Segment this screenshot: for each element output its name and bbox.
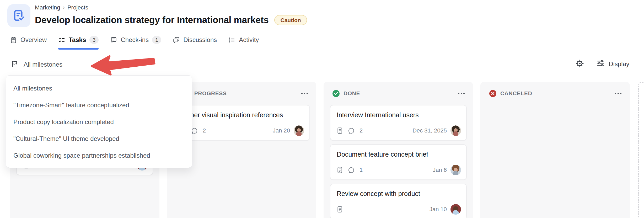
milestone-option[interactable]: All milestones (6, 80, 192, 97)
display-label: Display (609, 60, 629, 68)
tab-tasks[interactable]: Tasks3 (58, 31, 99, 49)
tab-label: Activity (239, 36, 259, 44)
project-icon (7, 4, 30, 27)
checklist-icon (58, 36, 65, 44)
card-meta: 2 Jan 20 (180, 125, 304, 136)
tab-discussions[interactable]: Discussions (173, 31, 217, 49)
comment-icon (110, 36, 117, 44)
clipboard-icon (10, 36, 17, 44)
breadcrumb-item[interactable]: Projects (67, 4, 88, 11)
document-icon (337, 167, 343, 173)
document-icon (337, 206, 343, 213)
display-button[interactable]: Display (597, 59, 629, 69)
status-badge: Caution (274, 15, 307, 25)
card-title: Gather visual inspiration references (180, 111, 303, 119)
comment-count: 2 (203, 127, 206, 134)
column-name: CANCELED (500, 90, 532, 97)
column-header: DONE (324, 82, 473, 105)
card-meta: Jan 10 (337, 204, 461, 215)
assignee-avatar (450, 165, 461, 175)
status-icon-canceled (489, 90, 496, 97)
due-date: Jan 10 (430, 206, 447, 213)
assignee-avatar (294, 125, 304, 136)
board-column-done: DONE Interview International users 2 Dec… (324, 82, 473, 218)
due-date: Jan 20 (273, 127, 290, 134)
milestone-option[interactable]: "Timezone-Smart" feature conceptualized (6, 97, 192, 114)
task-card[interactable]: Document feature concept brief 1 Jan 6 (330, 144, 467, 180)
column-name: IN PROGRESS (187, 90, 227, 97)
document-icon (337, 127, 343, 134)
milestone-option[interactable]: "Cultural-Theme" UI theme developed (6, 130, 192, 147)
column-name: DONE (344, 90, 360, 97)
tab-label: Overview (20, 36, 47, 44)
tab-bar: Overview Tasks3 Check-ins1 Discussions A… (0, 31, 644, 49)
page-title: Develop localization strategy for Intern… (35, 15, 269, 25)
status-icon-done (332, 90, 340, 97)
card-title: Document feature concept brief (337, 151, 460, 158)
tab-label: Tasks (69, 36, 86, 44)
tab-count-badge: 3 (89, 36, 99, 44)
comment-count: 2 (359, 127, 363, 134)
breadcrumb-item[interactable]: Marketing (35, 4, 60, 11)
comment-count: 1 (359, 167, 363, 173)
chat-icon (173, 36, 180, 44)
gear-icon[interactable] (575, 59, 584, 69)
tab-label: Check-ins (121, 36, 149, 44)
due-date: Jan 6 (433, 167, 447, 173)
milestone-dropdown: All milestones"Timezone-Smart" feature c… (6, 75, 192, 168)
breadcrumb: Marketing › Projects (35, 4, 307, 11)
card-meta: 2 Dec 31, 2025 (337, 125, 461, 136)
column-menu-button[interactable] (300, 91, 309, 96)
milestone-filter-button[interactable]: All milestones (11, 60, 62, 69)
milestone-option[interactable]: Global coworking space partnerships esta… (6, 147, 192, 164)
comment-bubble-icon (348, 127, 355, 134)
tab-count-badge: 1 (152, 36, 161, 44)
tab-overview[interactable]: Overview (10, 31, 47, 49)
breadcrumb-separator: › (63, 4, 65, 11)
comment-bubble-icon (348, 167, 355, 174)
tab-label: Discussions (183, 36, 217, 44)
milestone-filter-label: All milestones (24, 61, 62, 68)
board-column-canceled: CANCELED (480, 82, 630, 218)
card-meta: 1 Jan 6 (337, 165, 461, 175)
filter-toolbar: All milestones Display (0, 56, 644, 76)
sliders-icon (597, 59, 605, 69)
add-column-placeholder[interactable] (638, 82, 644, 218)
column-menu-button[interactable] (613, 91, 623, 96)
tab-activity[interactable]: Activity (228, 31, 259, 49)
task-card[interactable]: Review concept with product Jan 10 (330, 184, 467, 218)
task-card[interactable]: Gather visual inspiration references 2 J… (173, 105, 310, 141)
flag-icon (11, 60, 19, 69)
task-card[interactable]: Interview International users 2 Dec 31, … (330, 105, 467, 141)
due-date: Dec 31, 2025 (412, 127, 447, 134)
assignee-avatar (450, 204, 461, 215)
tab-check-ins[interactable]: Check-ins1 (110, 31, 161, 49)
activity-icon (228, 36, 235, 44)
card-title: Interview International users (337, 111, 460, 119)
column-menu-button[interactable] (457, 91, 466, 96)
card-title: Review concept with product (337, 190, 460, 198)
milestone-option[interactable]: Product copy localization completed (6, 114, 192, 130)
assignee-avatar (450, 125, 461, 136)
column-header: CANCELED (480, 82, 630, 105)
